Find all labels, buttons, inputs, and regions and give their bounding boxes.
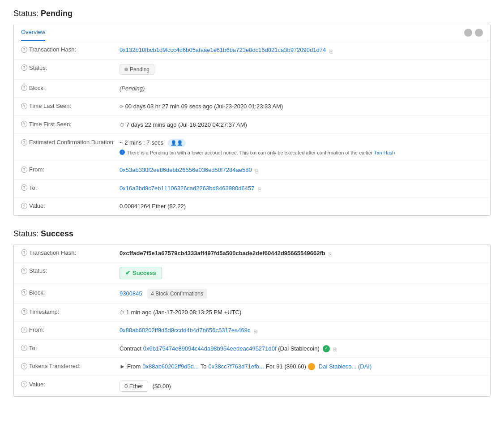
success-timestamp-value: ⏱ 1 min ago (Jan-17-2020 08:13:25 PM +UT… — [120, 308, 483, 317]
pending-tab-bar: Overview — [14, 24, 490, 41]
pending-time-last-seen-value: ⟳ 00 days 03 hr 27 min 09 secs ago (Jul-… — [120, 102, 483, 111]
pending-to-value: 0x16a3bd9c7eb11106326cad2263bd8463980d64… — [120, 184, 483, 193]
dai-token-icon — [308, 363, 315, 370]
success-value-row: ? Value: 0 Ether ($0.00) — [14, 376, 490, 397]
pending-from-link[interactable]: 0x53ab330f2ee86debb26556e036ed50f7284ae5… — [120, 167, 252, 173]
success-tokens-label: ? Tokens Transferred: — [21, 362, 120, 369]
success-contract-address[interactable]: 0x6b175474e89094c44da98b954eedeac495271d… — [143, 345, 277, 352]
pending-est-conf-value: ~ 2 mins : 7 secs 👤👤 i There is a Pendin… — [120, 138, 483, 156]
block-confirmations-badge: 4 Block Confirmations — [147, 289, 207, 299]
question-icon-success-value: ? — [21, 381, 27, 387]
pending-status-value: Pending — [120, 64, 483, 75]
pending-time-first-seen-row: ? Time First Seen: ⏱ 7 days 22 mins ago … — [14, 116, 490, 134]
success-card: ? Transaction Hash: 0xcffade7f5e1a67579c… — [13, 244, 491, 397]
tab-overview-pending[interactable]: Overview — [21, 24, 45, 41]
question-icon-est-conf: ? — [21, 139, 27, 145]
pending-from-label: ? From: — [21, 166, 120, 173]
pending-est-conf-label: ? Estimated Confirmation Duration: — [21, 138, 120, 145]
pending-block-row: ? Block: (Pending) — [14, 80, 490, 98]
success-block-value: 9300845 4 Block Confirmations — [120, 289, 483, 299]
question-icon-success-status: ? — [21, 268, 27, 274]
tokens-to-link[interactable]: 0x38cc7f763d71efb... — [209, 362, 264, 371]
success-to-value: Contract 0x6b175474e89094c44da98b954eede… — [120, 344, 483, 353]
success-status-row: ? Status: ✔ Success — [14, 262, 490, 284]
success-value-label: ? Value: — [21, 381, 120, 388]
contract-verified-icon: ✓ — [323, 345, 330, 352]
pending-tx-hash-link[interactable]: 0x132b10fbcb1d9fccc4d6b05afaae1e61b6ba72… — [120, 47, 326, 53]
question-icon: ? — [21, 47, 27, 53]
success-timestamp-row: ? Timestamp: ⏱ 1 min ago (Jan-17-2020 08… — [14, 304, 490, 322]
success-block-row: ? Block: 9300845 4 Block Confirmations — [14, 284, 490, 304]
pending-to-label: ? To: — [21, 184, 120, 191]
pending-time-last-seen-row: ? Time Last Seen: ⟳ 00 days 03 hr 27 min… — [14, 98, 490, 116]
pending-tx-hash-label: ? Transaction Hash: — [21, 46, 120, 53]
success-from-link[interactable]: 0x88ab60202ff9d5d9ccdd4b4d7b656c5317ea46… — [120, 327, 251, 334]
copy-icon-pending-to[interactable]: ⎘ — [258, 185, 264, 192]
question-icon-time-last: ? — [21, 103, 27, 109]
success-value-value: 0 Ether ($0.00) — [120, 381, 483, 392]
success-block-label: ? Block: — [21, 289, 120, 296]
pending-card: Overview ? Transaction Hash: 0x132b10fbc… — [13, 24, 491, 216]
pending-est-conf-note: i There is a Pending txn with a lower ac… — [120, 149, 483, 157]
copy-icon-success-hash[interactable]: ⎘ — [329, 250, 335, 257]
pending-status-row: ? Status: Pending — [14, 60, 490, 80]
clock-icon-first: ⏱ — [120, 122, 124, 128]
pending-value-value: 0.00841264 Ether ($2.22) — [120, 202, 483, 211]
circle-icon-1 — [464, 29, 472, 37]
pending-section-title: Status: Pending — [13, 9, 491, 18]
question-icon-status: ? — [21, 64, 27, 71]
pending-from-value: 0x53ab330f2ee86debb26556e036ed50f7284ae5… — [120, 166, 483, 175]
pending-badge: Pending — [120, 64, 154, 75]
question-icon-value: ? — [21, 203, 27, 209]
success-status-value: ✔ Success — [120, 267, 483, 279]
question-icon-success-block: ? — [21, 289, 27, 295]
pending-value-label: ? Value: — [21, 202, 120, 209]
question-icon-block: ? — [21, 85, 27, 91]
circle-icon-2 — [475, 29, 483, 37]
pending-block-label: ? Block: — [21, 84, 120, 91]
txn-hash-link[interactable]: Txn Hash — [374, 150, 395, 155]
pending-value-row: ? Value: 0.00841264 Ether ($2.22) — [14, 197, 490, 215]
question-icon-from: ? — [21, 167, 27, 173]
success-from-label: ? From: — [21, 326, 120, 333]
question-icon-time-first: ? — [21, 121, 27, 127]
success-tx-hash-row: ? Transaction Hash: 0xcffade7f5e1a67579c… — [14, 244, 490, 263]
question-icon-success-from: ? — [21, 327, 27, 333]
pending-from-row: ? From: 0x53ab330f2ee86debb26556e036ed50… — [14, 161, 490, 180]
dai-token-link[interactable]: Dai Stableco... (DAI) — [319, 362, 372, 371]
copy-icon-success-from[interactable]: ⎘ — [254, 328, 260, 334]
copy-icon-pending-from[interactable]: ⎘ — [255, 167, 261, 174]
copy-icon-pending-hash[interactable]: ⎘ — [329, 47, 336, 54]
question-icon-success-timestamp: ? — [21, 308, 27, 315]
success-status-label: ? Status: — [21, 267, 120, 274]
pending-block-value: (Pending) — [120, 84, 483, 93]
question-icon-to: ? — [21, 184, 27, 191]
est-conf-badge: 👤👤 — [168, 139, 186, 147]
success-section-title: Status: Success — [13, 229, 491, 239]
pending-time-last-seen-label: ? Time Last Seen: — [21, 102, 120, 109]
success-tx-hash-value: 0xcffade7f5e1a67579cb4333aff497fd5a500cb… — [120, 249, 483, 258]
pending-dot — [124, 68, 128, 71]
pending-est-conf-row: ? Estimated Confirmation Duration: ~ 2 m… — [14, 134, 490, 161]
success-tokens-row: ? Tokens Transferred: ► From 0x88ab60202… — [14, 358, 490, 376]
question-icon-success-to: ? — [21, 345, 27, 351]
success-tokens-value: ► From 0x88ab60202ff9d5d... To 0x38cc7f7… — [120, 362, 483, 371]
pending-tx-hash-row: ? Transaction Hash: 0x132b10fbcb1d9fccc4… — [14, 41, 490, 60]
success-block-number[interactable]: 9300845 — [120, 290, 142, 297]
pending-time-first-seen-value: ⏱ 7 days 22 mins ago (Jul-16-2020 04:27:… — [120, 120, 483, 129]
success-timestamp-label: ? Timestamp: — [21, 308, 120, 315]
success-to-label: ? To: — [21, 344, 120, 351]
clock-icon-success: ⏱ — [120, 310, 124, 315]
arrow-right-icon: ► — [120, 362, 125, 371]
copy-icon-success-to[interactable]: ⎘ — [333, 346, 340, 352]
value-ether-box: 0 Ether — [120, 381, 148, 392]
spinner-icon: ⟳ — [120, 103, 124, 111]
question-icon-success-tokens: ? — [21, 363, 27, 369]
question-icon-success-hash: ? — [21, 249, 27, 256]
success-badge: ✔ Success — [120, 267, 162, 279]
tokens-from-link[interactable]: 0x88ab60202ff9d5d... — [142, 362, 199, 371]
pending-to-row: ? To: 0x16a3bd9c7eb11106326cad2263bd8463… — [14, 180, 490, 198]
success-tx-hash-label: ? Transaction Hash: — [21, 249, 120, 256]
pending-to-link[interactable]: 0x16a3bd9c7eb11106326cad2263bd8463980d64… — [120, 185, 254, 192]
success-to-row: ? To: Contract 0x6b175474e89094c44da98b9… — [14, 340, 490, 358]
